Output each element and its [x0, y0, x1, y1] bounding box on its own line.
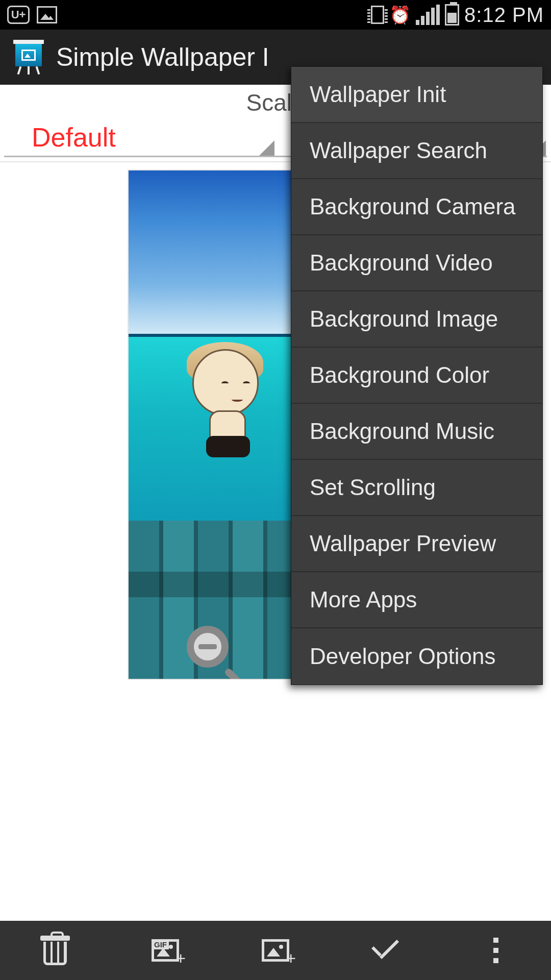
- cell-signal-icon: [416, 5, 440, 25]
- vibrate-icon: [371, 6, 384, 24]
- overflow-button[interactable]: [441, 921, 551, 980]
- add-gif-button[interactable]: GIF +: [110, 921, 220, 980]
- add-gif-icon: GIF +: [152, 939, 179, 962]
- menu-item-background-music[interactable]: Background Music: [291, 404, 542, 460]
- overflow-icon: [493, 938, 498, 963]
- menu-item-developer-options[interactable]: Developer Options: [291, 628, 542, 684]
- menu-item-set-scrolling[interactable]: Set Scrolling: [291, 460, 542, 516]
- menu-item-background-video[interactable]: Background Video: [291, 235, 542, 291]
- overflow-menu: Wallpaper Init Wallpaper Search Backgrou…: [291, 66, 543, 685]
- menu-item-background-color[interactable]: Background Color: [291, 348, 542, 404]
- add-image-button[interactable]: +: [220, 921, 331, 980]
- alarm-icon: ⏰: [389, 6, 411, 23]
- scale-spinner-left[interactable]: Default: [4, 118, 276, 157]
- preview-cartoon-sticker[interactable]: [180, 349, 271, 461]
- menu-item-wallpaper-init[interactable]: Wallpaper Init: [291, 67, 542, 123]
- app-title: Simple Wallpaper I: [56, 42, 269, 72]
- bottom-action-bar: GIF + +: [0, 921, 551, 980]
- delete-button[interactable]: [0, 921, 110, 980]
- scale-spinner-left-value: Default: [32, 122, 116, 153]
- check-icon: [368, 938, 404, 963]
- add-image-icon: +: [262, 939, 289, 962]
- battery-icon: [445, 4, 459, 26]
- status-bar: U+ ⏰ 8:12 PM: [0, 0, 551, 30]
- trash-icon: [42, 936, 68, 965]
- zoom-out-button[interactable]: [187, 626, 243, 680]
- confirm-button[interactable]: [331, 921, 441, 980]
- app-icon: [11, 40, 46, 75]
- menu-item-background-camera[interactable]: Background Camera: [291, 179, 542, 235]
- dropdown-triangle-icon: [259, 140, 274, 156]
- status-clock: 8:12 PM: [464, 4, 544, 27]
- menu-item-background-image[interactable]: Background Image: [291, 291, 542, 348]
- menu-item-more-apps[interactable]: More Apps: [291, 572, 542, 628]
- gallery-notif-icon: [37, 6, 57, 23]
- menu-item-wallpaper-preview[interactable]: Wallpaper Preview: [291, 516, 542, 572]
- carrier-badge-icon: U+: [7, 6, 30, 24]
- menu-item-wallpaper-search[interactable]: Wallpaper Search: [291, 123, 542, 179]
- zoom-out-icon: [187, 626, 229, 668]
